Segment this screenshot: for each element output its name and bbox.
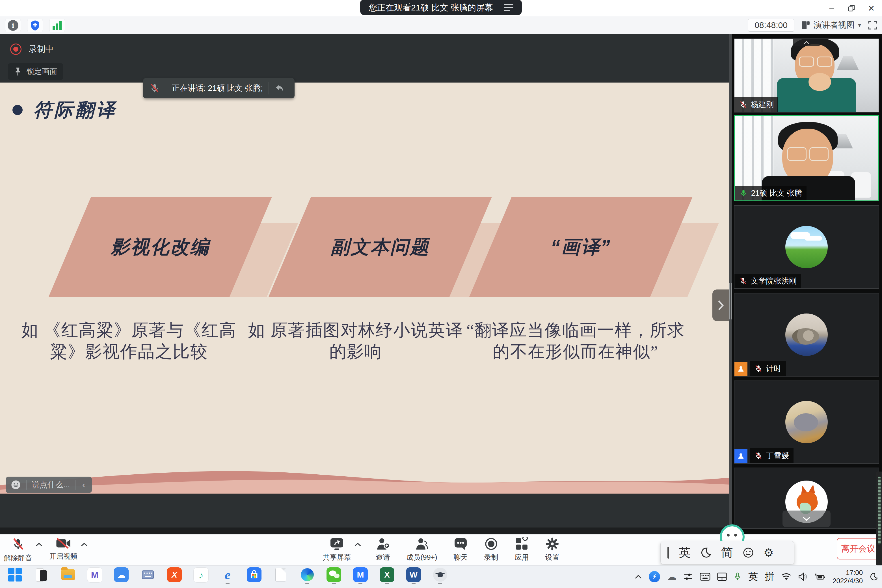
- keyboard-icon: [142, 570, 154, 579]
- scroll-participants-button[interactable]: [783, 510, 831, 527]
- ie-browser-button[interactable]: e: [220, 567, 235, 585]
- network-quality-button[interactable]: [49, 19, 65, 32]
- task-view-icon: [36, 568, 47, 581]
- emoji-icon[interactable]: [11, 480, 21, 490]
- language-mode-indicator[interactable]: 英: [748, 570, 758, 583]
- share-bottom-strip: [0, 528, 729, 534]
- view-mode-switch[interactable]: 演讲者视图 ▾: [801, 20, 861, 31]
- participant-nameplate: 丁雪媛: [750, 448, 794, 463]
- active-speaker-tile[interactable]: 21硕 比文 张腾: [734, 116, 879, 201]
- slide-heading: 符际翻译: [12, 97, 117, 123]
- chat-label: 聊天: [454, 553, 468, 562]
- word-button[interactable]: W: [406, 567, 421, 585]
- snap-layout-icon[interactable]: [717, 573, 727, 581]
- mic-muted-icon: [739, 100, 747, 109]
- settings-button[interactable]: 设置: [545, 537, 560, 562]
- cloud-tray-icon[interactable]: ☁: [667, 571, 676, 582]
- task-view-button[interactable]: [34, 567, 49, 585]
- battery-icon[interactable]: [814, 573, 826, 581]
- leave-meeting-button[interactable]: 离开会议: [837, 538, 880, 560]
- sidebar-scrollbar[interactable]: [876, 471, 882, 566]
- start-video-button[interactable]: 开启视频: [49, 537, 78, 562]
- ime-cursor-icon: [668, 547, 669, 559]
- collapse-videos-button[interactable]: [793, 39, 820, 46]
- participant-nameplate: 文学院张洪刚: [734, 274, 801, 288]
- emoji-icon[interactable]: [742, 547, 754, 558]
- minimize-button[interactable]: –: [824, 2, 840, 14]
- fullscreen-icon: [868, 20, 878, 30]
- volume-icon[interactable]: [798, 573, 808, 581]
- mic-options-button[interactable]: [36, 543, 42, 547]
- app-m-button[interactable]: M: [87, 567, 102, 585]
- ime-language-toggle[interactable]: 英: [679, 545, 691, 561]
- security-button[interactable]: [27, 19, 43, 32]
- input-method-button[interactable]: [140, 567, 156, 585]
- invite-button[interactable]: 邀请: [376, 537, 390, 562]
- wifi-icon[interactable]: [781, 573, 791, 581]
- meeting-app-window: 您正在观看21硕 比文 张腾的屏幕 – ✕ i 08:48:00 演讲者视图 ▾: [0, 0, 882, 588]
- file-explorer-button[interactable]: [60, 567, 76, 585]
- panel-divider[interactable]: [729, 34, 732, 534]
- fullscreen-button[interactable]: [868, 20, 878, 30]
- mic-muted-icon: [149, 83, 160, 94]
- app-x-button[interactable]: X: [167, 567, 182, 585]
- music-app-button[interactable]: ♪: [194, 567, 208, 585]
- moon-icon[interactable]: [700, 547, 711, 558]
- banner-menu-icon[interactable]: [501, 4, 513, 11]
- video-options-button[interactable]: [81, 543, 88, 547]
- divider: [75, 480, 75, 490]
- glasses: [799, 57, 832, 67]
- scrollbar-thumb[interactable]: [878, 477, 880, 544]
- wechat-button[interactable]: [326, 567, 342, 585]
- night-mode-icon[interactable]: [870, 573, 878, 581]
- participant-video-tile[interactable]: [734, 468, 879, 529]
- close-button[interactable]: ✕: [863, 2, 879, 14]
- sidebar-collapse-tab[interactable]: [712, 290, 729, 321]
- ime-charset-toggle[interactable]: 简: [721, 545, 733, 561]
- watching-banner-text: 您正在观看21硕 比文 张腾的屏幕: [369, 2, 493, 14]
- card-description: “翻译应当像临画一样，所求的不在形似而在神似”: [464, 320, 687, 362]
- mic-icon: [734, 572, 741, 582]
- meeting-info-button[interactable]: i: [5, 19, 21, 32]
- participant-video-tile[interactable]: 计时: [734, 293, 879, 376]
- ime-mode-indicator[interactable]: 拼: [765, 570, 774, 583]
- apps-button[interactable]: 应用: [515, 537, 529, 562]
- microphone-tray-icon[interactable]: [734, 572, 741, 582]
- record-button[interactable]: 录制: [484, 537, 498, 562]
- ime-settings-icon[interactable]: ⚙: [764, 546, 774, 559]
- taskbar-clock[interactable]: 17:00 2022/4/30: [832, 568, 863, 585]
- chat-icon: [454, 537, 468, 550]
- learning-app-button[interactable]: [432, 567, 448, 585]
- start-button[interactable]: [8, 567, 22, 585]
- start-video-label: 开启视频: [49, 552, 78, 561]
- share-options-button[interactable]: [354, 543, 361, 547]
- participant-name: 丁雪媛: [766, 451, 789, 461]
- thunder-tray-icon[interactable]: ⚡: [649, 571, 660, 582]
- members-button[interactable]: 成员(99+): [406, 537, 437, 562]
- participant-badge: [734, 449, 747, 463]
- ms-store-button[interactable]: [246, 567, 262, 585]
- collapse-chat-icon[interactable]: ‹: [81, 480, 87, 490]
- reply-arrow-icon[interactable]: [275, 84, 284, 93]
- share-screen-button[interactable]: 共享屏幕: [322, 537, 351, 562]
- participant-video-tile[interactable]: 文学院张洪刚: [734, 205, 879, 289]
- excel-button[interactable]: X: [380, 567, 394, 585]
- lock-view-button[interactable]: 锁定画面: [8, 63, 63, 80]
- restore-button[interactable]: [843, 2, 860, 14]
- apps-label: 应用: [515, 553, 529, 562]
- unmute-button[interactable]: 解除静音: [4, 537, 32, 562]
- tray-expand-button[interactable]: [634, 574, 642, 579]
- layout-icon: [801, 21, 810, 30]
- sliders-icon: [683, 572, 693, 582]
- meeting-app-button[interactable]: M: [353, 567, 368, 585]
- chevron-down-icon: ▾: [858, 21, 861, 29]
- chat-button[interactable]: 聊天: [454, 537, 468, 562]
- touch-keyboard-icon[interactable]: [700, 573, 710, 581]
- quick-chat-input[interactable]: 说点什么... ‹: [6, 477, 92, 493]
- notepad-button[interactable]: [273, 567, 288, 585]
- participant-video-tile[interactable]: 丁雪媛: [734, 381, 879, 464]
- participant-video-tile[interactable]: 杨建刚: [734, 39, 879, 112]
- edge-browser-button[interactable]: [300, 567, 315, 585]
- audio-mixer-icon[interactable]: [683, 572, 693, 582]
- cloud-drive-button[interactable]: ☁: [114, 567, 129, 585]
